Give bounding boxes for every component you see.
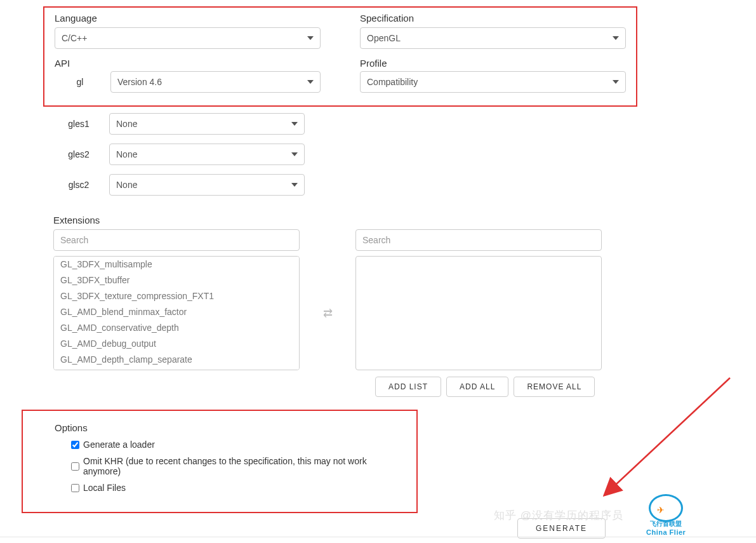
logo-overlay: ✈ 飞行首联盟 China Flier (646, 494, 686, 536)
glsc2-select[interactable]: None (109, 174, 305, 196)
gles1-label: gles1 (53, 119, 109, 129)
local-files-option[interactable]: Local Files (71, 483, 406, 493)
extensions-search-left[interactable] (53, 229, 300, 251)
omit-khr-option[interactable]: Omit KHR (due to recent changes to the s… (71, 456, 406, 476)
generate-loader-checkbox[interactable] (71, 441, 79, 449)
swap-icon: ⇄ (323, 306, 333, 320)
generate-button[interactable]: Generate (517, 518, 606, 539)
language-select[interactable]: C/C++ (55, 27, 321, 49)
list-item[interactable]: GL_AMD_blend_minmax_factor (54, 304, 299, 320)
profile-select[interactable]: Compatibility (360, 71, 626, 93)
api-label: API (55, 58, 321, 69)
gl-select[interactable]: Version 4.6 (110, 71, 321, 93)
generate-loader-option[interactable]: Generate a loader (71, 439, 406, 450)
svg-line-0 (614, 378, 730, 486)
add-all-button[interactable]: Add all (446, 377, 508, 397)
extensions-search-right[interactable] (355, 229, 602, 251)
extensions-available-list[interactable]: GL_3DFX_multisample GL_3DFX_tbuffer GL_3… (53, 256, 300, 370)
list-item[interactable]: GL_3DFX_multisample (54, 257, 299, 272)
gles1-select[interactable]: None (109, 113, 305, 135)
specification-select[interactable]: OpenGL (360, 27, 626, 49)
add-list-button[interactable]: Add list (375, 377, 441, 397)
local-files-checkbox[interactable] (71, 484, 79, 492)
language-label: Language (55, 13, 321, 23)
list-item[interactable]: GL_AMD_draw_buffers_blend (54, 368, 299, 370)
gl-label: gl (55, 77, 110, 87)
footer-separator (0, 537, 756, 537)
list-item[interactable]: GL_AMD_depth_clamp_separate (54, 352, 299, 368)
local-files-label: Local Files (83, 483, 126, 493)
annotation-arrow (603, 375, 736, 502)
omit-khr-checkbox[interactable] (71, 462, 79, 471)
omit-khr-label: Omit KHR (due to recent changes to the s… (83, 456, 406, 476)
list-item[interactable]: GL_AMD_conservative_depth (54, 320, 299, 336)
extensions-label: Extensions (53, 215, 606, 225)
generate-loader-label: Generate a loader (83, 439, 155, 450)
specification-label: Specification (360, 13, 626, 23)
profile-label: Profile (360, 58, 626, 69)
remove-all-button[interactable]: Remove all (514, 377, 595, 397)
extensions-selected-list[interactable] (355, 256, 602, 370)
list-item[interactable]: GL_3DFX_tbuffer (54, 272, 299, 288)
options-label: Options (55, 422, 406, 433)
glsc2-label: glsc2 (53, 180, 109, 190)
list-item[interactable]: GL_3DFX_texture_compression_FXT1 (54, 288, 299, 304)
gles2-select[interactable]: None (109, 144, 305, 165)
list-item[interactable]: GL_AMD_debug_output (54, 336, 299, 352)
gles2-label: gles2 (53, 149, 109, 159)
